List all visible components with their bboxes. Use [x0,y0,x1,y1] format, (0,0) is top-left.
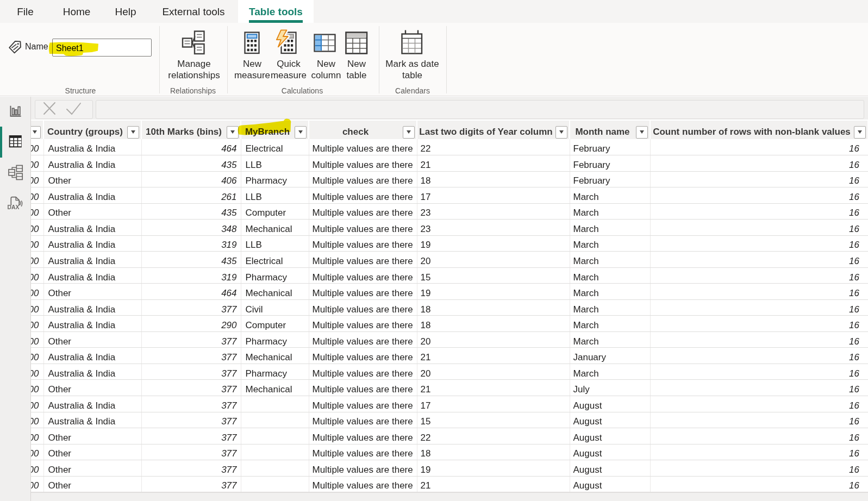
svg-text:DAX: DAX [8,204,20,210]
